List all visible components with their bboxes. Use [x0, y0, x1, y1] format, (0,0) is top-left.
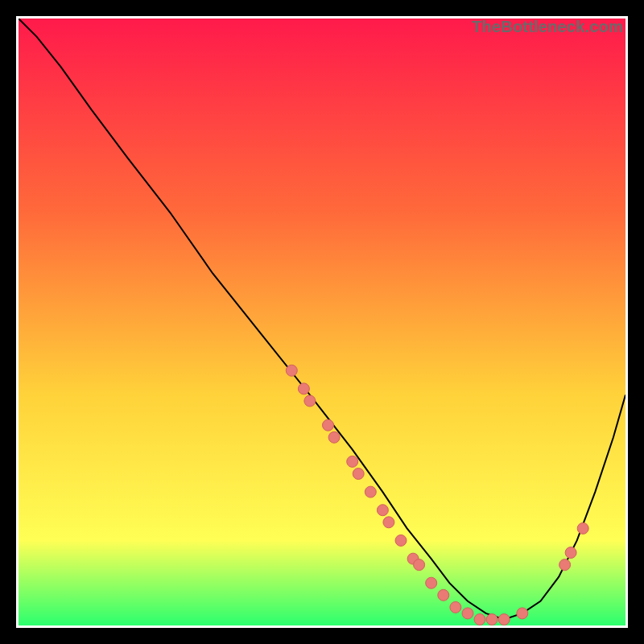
curve-marker: [365, 486, 376, 497]
curve-marker: [486, 614, 497, 625]
curve-marker: [347, 456, 358, 467]
curve-marker: [426, 577, 437, 588]
curve-marker: [353, 469, 364, 480]
curve-marker: [450, 601, 461, 613]
chart-svg: [19, 19, 625, 625]
curve-marker: [377, 505, 388, 516]
curve-marker: [414, 559, 425, 571]
curve-marker: [462, 608, 473, 619]
curve-marker: [498, 614, 510, 625]
curve-marker: [395, 535, 407, 546]
curve-marker: [474, 614, 485, 625]
chart-frame: TheBottleneck.com: [16, 16, 628, 628]
curve-marker: [565, 547, 576, 559]
chart-plot: [19, 19, 625, 625]
curve-marker: [328, 431, 340, 443]
curve-marker: [286, 365, 297, 376]
curve-marker: [577, 522, 588, 534]
curve-marker: [559, 559, 571, 571]
curve-marker: [298, 383, 309, 394]
curve-marker: [383, 517, 394, 528]
curve-marker: [323, 419, 334, 431]
curve-marker: [438, 589, 449, 601]
curve-marker: [517, 608, 528, 619]
curve-marker: [304, 395, 316, 407]
gradient-background: [19, 19, 625, 625]
watermark-text: TheBottleneck.com: [472, 18, 623, 36]
